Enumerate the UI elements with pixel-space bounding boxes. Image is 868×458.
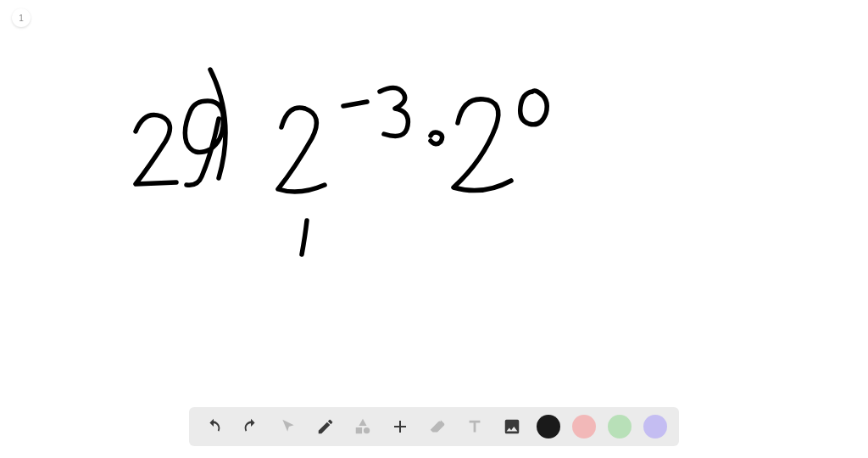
handwriting-partial xyxy=(302,221,307,254)
color-pink[interactable] xyxy=(572,415,596,438)
handwriting-exp-3 xyxy=(380,87,408,136)
add-tool[interactable] xyxy=(387,414,413,439)
handwriting-exp-minus xyxy=(343,102,367,106)
color-black[interactable] xyxy=(537,415,560,438)
redo-button[interactable] xyxy=(238,414,264,439)
handwriting-exp-0 xyxy=(520,91,548,125)
drawing-canvas[interactable] xyxy=(0,0,868,407)
shapes-tool[interactable] xyxy=(350,414,376,439)
pointer-tool[interactable] xyxy=(275,414,301,439)
handwriting-base-2 xyxy=(453,99,511,191)
handwriting-problem-number xyxy=(136,101,223,185)
text-tool[interactable] xyxy=(462,414,487,439)
toolbar xyxy=(189,407,679,446)
undo-button[interactable] xyxy=(201,414,226,439)
color-green[interactable] xyxy=(608,415,632,438)
handwriting-base-1 xyxy=(278,108,325,192)
color-purple[interactable] xyxy=(643,415,667,438)
eraser-tool[interactable] xyxy=(425,414,450,439)
pencil-tool[interactable] xyxy=(313,414,338,439)
image-tool[interactable] xyxy=(499,414,525,439)
handwriting-dot xyxy=(431,132,442,144)
